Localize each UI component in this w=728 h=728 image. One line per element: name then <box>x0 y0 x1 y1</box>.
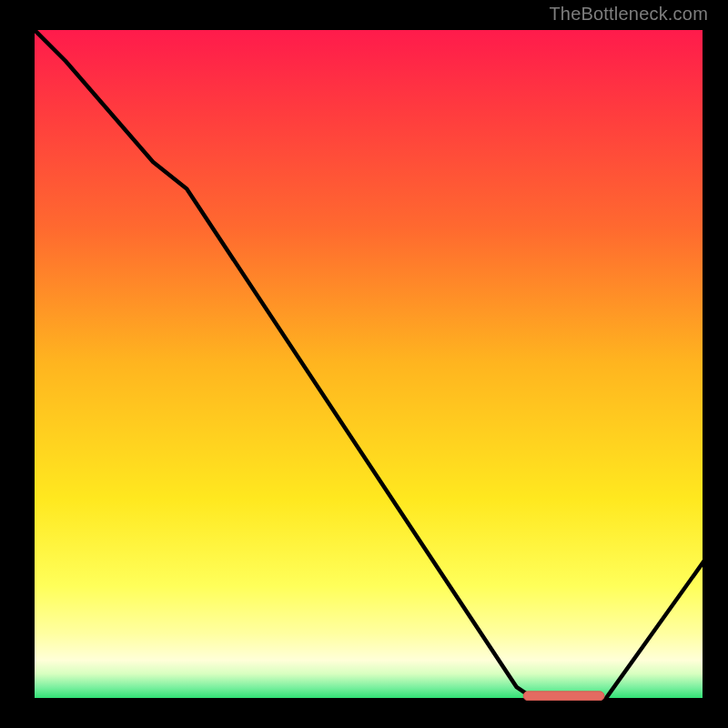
marker-group <box>523 692 604 701</box>
optimal-marker <box>523 692 604 701</box>
chart-svg <box>32 27 705 701</box>
gradient-background <box>32 27 705 701</box>
chart-frame: TheBottleneck.com <box>0 0 728 728</box>
watermark-text: TheBottleneck.com <box>549 4 708 25</box>
plot-area <box>32 27 705 701</box>
